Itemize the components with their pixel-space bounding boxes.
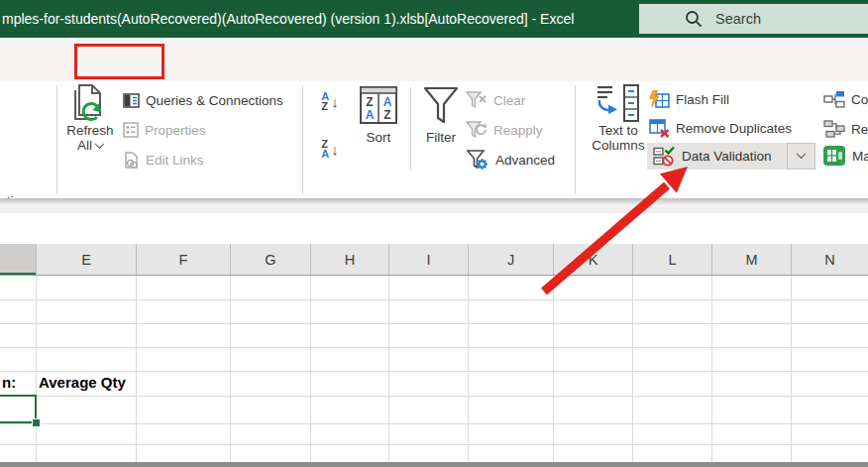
queries-connections-button[interactable]: Queries & Connections — [123, 89, 283, 111]
spreadsheet-grid[interactable] — [0, 276, 868, 462]
column-header-G[interactable]: G — [230, 244, 310, 275]
column-headers: E F G H I J K L M N — [0, 244, 868, 276]
column-header-F[interactable]: F — [136, 244, 230, 275]
data-validation-button[interactable]: Data Validation — [647, 143, 787, 170]
refresh-all-label-2: All — [77, 138, 92, 153]
column-header-H[interactable]: H — [310, 244, 388, 275]
grid-line — [0, 444, 868, 445]
reapply-filter-button[interactable]: Reapply — [466, 119, 543, 141]
column-header-M[interactable]: M — [711, 244, 791, 275]
filter-button[interactable]: Filter — [416, 85, 466, 145]
sort-label: Sort — [367, 130, 391, 145]
down-arrow-icon: ↓ — [331, 93, 339, 110]
flash-fill-label: Flash Fill — [676, 92, 729, 107]
manage-data-model-button[interactable]: Man — [822, 145, 868, 167]
advanced-filter-icon — [466, 150, 489, 170]
column-header-selected[interactable] — [0, 244, 36, 275]
remove-duplicates-button[interactable]: Remove Duplicates — [649, 117, 792, 139]
grid-line — [136, 276, 137, 462]
chevron-down-icon — [95, 139, 105, 149]
reapply-filter-label: Reapply — [493, 123, 543, 138]
group-separator — [56, 85, 57, 194]
clear-filter-icon — [466, 91, 488, 109]
sort-ascending-button[interactable]: A Z ↓ — [311, 87, 349, 115]
clear-filter-label: Clear — [493, 93, 525, 108]
annotation-red-box — [74, 44, 164, 79]
relationships-icon — [823, 120, 845, 138]
grid-line — [553, 276, 554, 462]
grid-line — [388, 276, 389, 462]
clear-filter-button[interactable]: Clear — [466, 89, 525, 111]
sort-desc-a: A — [321, 149, 329, 159]
sort-icon-z1: Z — [366, 95, 373, 109]
down-arrow-icon: ↓ — [331, 141, 339, 158]
remove-duplicates-label: Remove Duplicates — [676, 121, 792, 136]
filter-icon — [422, 85, 460, 127]
formula-bar-area — [0, 213, 868, 245]
sort-button[interactable]: Z A A Z Sort — [349, 85, 408, 145]
refresh-all-icon — [72, 83, 108, 123]
column-header-I[interactable]: I — [388, 244, 468, 275]
grid-line — [230, 276, 231, 462]
manage-data-model-icon — [822, 144, 846, 168]
edit-links-icon — [123, 152, 140, 169]
refresh-all-label-1: Refresh — [66, 123, 113, 138]
chevron-down-icon — [797, 149, 807, 159]
column-header-K[interactable]: K — [553, 244, 632, 275]
refresh-all-button[interactable]: Refresh All — [59, 83, 121, 153]
title-bar: mples-for-students(AutoRecovered)(AutoRe… — [0, 0, 868, 38]
ribbon-bottom-strip — [0, 198, 868, 213]
search-box[interactable]: Search — [639, 4, 868, 34]
grid-line — [0, 323, 868, 324]
search-placeholder: Search — [715, 11, 761, 27]
search-icon — [684, 9, 704, 29]
properties-button[interactable]: Properties — [123, 119, 206, 141]
grid-line — [0, 396, 868, 397]
group-separator — [575, 85, 576, 194]
grid-line — [468, 276, 469, 462]
sort-descending-button[interactable]: Z A ↓ — [311, 135, 349, 163]
sort-asc-z: Z — [321, 101, 329, 111]
consolidate-button[interactable]: Con — [823, 88, 868, 110]
excel-window: mples-for-students(AutoRecovered)(AutoRe… — [0, 0, 868, 467]
queries-connections-label: Queries & Connections — [146, 93, 283, 108]
data-validation-icon — [653, 146, 676, 167]
consolidate-icon — [823, 90, 845, 108]
properties-label: Properties — [145, 123, 206, 138]
flash-fill-button[interactable]: Flash Fill — [649, 88, 729, 110]
cell-average-qty: Average Qty — [39, 374, 126, 391]
grid-line — [0, 423, 868, 424]
sort-icon: Z A A Z — [359, 85, 398, 125]
advanced-filter-label: Advanced — [495, 153, 555, 168]
relationships-button[interactable]: Rela — [823, 118, 868, 140]
grid-line — [36, 276, 37, 462]
text-to-columns-button[interactable]: Text to Columns — [587, 83, 650, 153]
text-to-columns-icon — [596, 83, 641, 123]
grid-line — [711, 276, 712, 462]
window-title: mples-for-students(AutoRecovered)(AutoRe… — [2, 0, 574, 38]
data-validation-label: Data Validation — [682, 149, 772, 164]
sort-icon-a2: A — [383, 95, 392, 109]
consolidate-label: Con — [851, 92, 868, 107]
data-validation-dropdown[interactable] — [787, 143, 815, 170]
advanced-filter-button[interactable]: Advanced — [466, 149, 555, 171]
grid-line — [0, 371, 868, 372]
group-separator — [302, 85, 303, 194]
queries-connections-icon — [123, 93, 140, 108]
edit-links-button[interactable]: Edit Links — [123, 149, 204, 171]
column-header-L[interactable]: L — [632, 244, 711, 275]
relationships-label: Rela — [851, 122, 868, 137]
edit-links-label: Edit Links — [146, 153, 204, 168]
column-header-N[interactable]: N — [791, 244, 868, 275]
column-header-E[interactable]: E — [36, 244, 136, 275]
fill-handle[interactable] — [32, 418, 41, 427]
remove-duplicates-icon — [649, 119, 670, 138]
text-to-columns-label-2: Columns — [592, 138, 644, 153]
filter-label: Filter — [426, 130, 456, 145]
grid-line — [791, 276, 792, 462]
flash-fill-icon — [649, 90, 670, 108]
column-header-J[interactable]: J — [468, 244, 553, 275]
sort-icon-a1: A — [366, 108, 375, 122]
grid-line — [632, 276, 633, 462]
cell-partial-label: n: — [2, 374, 16, 391]
